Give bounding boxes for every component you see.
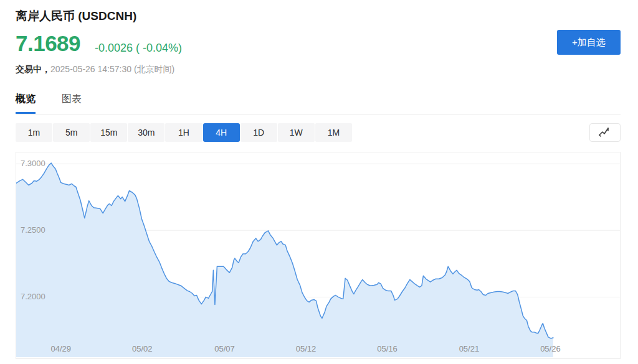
price-chart-canvas: 7.30007.25007.200004/2905/0205/0705/1205… <box>16 152 620 358</box>
tab-overview[interactable]: 概览 <box>16 90 36 114</box>
tab-chart[interactable]: 图表 <box>62 90 82 114</box>
y-axis-label: 7.2500 <box>21 225 45 235</box>
x-axis-label: 05/21 <box>459 344 480 353</box>
chart-type-button[interactable] <box>589 123 621 142</box>
quote-timestamp: 2025-05-26 14:57:30 (北京时间) <box>50 64 174 74</box>
timeframe-1m[interactable]: 1M <box>315 123 352 142</box>
timeframe-4h[interactable]: 4H <box>203 123 240 142</box>
add-watchlist-button[interactable]: +加自选 <box>557 30 621 55</box>
quote-status-row: 交易中，2025-05-26 14:57:30 (北京时间) <box>16 64 174 75</box>
price-chart[interactable]: 7.30007.25007.200004/2905/0205/0705/1205… <box>16 152 621 359</box>
x-axis-label: 05/02 <box>132 344 153 353</box>
trading-status: 交易中， <box>16 64 50 74</box>
price-area <box>16 163 553 357</box>
x-axis-label: 04/29 <box>50 344 71 353</box>
last-price: 7.1689 <box>16 31 80 56</box>
x-axis-label: 05/16 <box>377 344 398 353</box>
timeframe-15m[interactable]: 15m <box>90 123 127 142</box>
quote-page: 离岸人民币 (USDCNH) +加自选 7.1689 -0.0026 ( -0.… <box>0 0 638 364</box>
timeframe-30m[interactable]: 30m <box>128 123 164 142</box>
y-axis-label: 7.2000 <box>21 292 45 301</box>
timeframe-1m[interactable]: 1m <box>16 123 52 142</box>
line-chart-icon <box>598 126 612 139</box>
timeframe-1w[interactable]: 1W <box>278 123 315 142</box>
price-change: -0.0026 ( -0.04%) <box>95 42 182 55</box>
timeframe-1d[interactable]: 1D <box>240 123 277 142</box>
page-title: 离岸人民币 (USDCNH) <box>16 8 136 24</box>
y-axis-label: 7.3000 <box>21 159 45 168</box>
timeframe-1h[interactable]: 1H <box>165 123 202 142</box>
timeframe-5m[interactable]: 5m <box>53 123 90 142</box>
x-axis-label: 05/26 <box>540 344 561 353</box>
x-axis-label: 05/12 <box>296 344 317 353</box>
timeframe-bar: 1m5m15m30m1H4H1D1W1M <box>16 123 352 142</box>
tab-bar: 概览图表 <box>16 90 621 114</box>
x-axis-label: 05/07 <box>214 344 235 353</box>
